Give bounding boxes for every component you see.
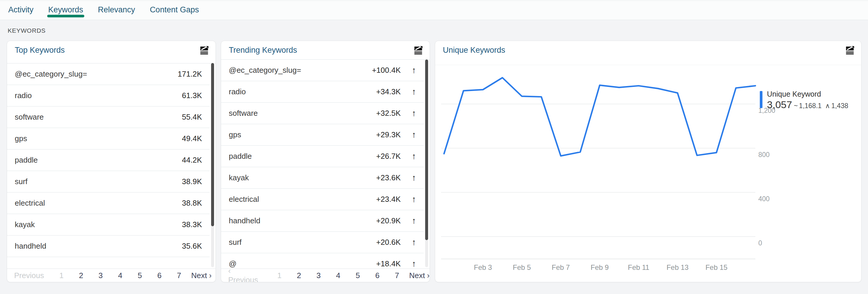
list-item[interactable]: radio61.3K bbox=[7, 85, 210, 107]
keyword-label: electrical bbox=[229, 195, 259, 204]
pagination-page-4[interactable]: 4 bbox=[332, 271, 344, 280]
keyword-label: radio bbox=[15, 91, 32, 100]
panel-title: Top Keywords bbox=[15, 46, 65, 55]
keyword-label: surf bbox=[229, 238, 242, 247]
keyword-value: 55.4K bbox=[182, 112, 202, 122]
list-item[interactable]: electrical+23.4K↑ bbox=[221, 189, 424, 210]
pagination-page-3[interactable]: 3 bbox=[94, 271, 107, 280]
keyword-label: surf bbox=[15, 177, 27, 186]
tab-content-gaps[interactable]: Content Gaps bbox=[149, 0, 199, 20]
list-item[interactable]: gps49.4K bbox=[7, 128, 210, 150]
keyword-value: +26.7K bbox=[376, 152, 401, 161]
keyword-value: 35.6K bbox=[182, 241, 202, 251]
list-item[interactable]: @ec_category_slug=+100.4K↑ bbox=[221, 60, 424, 81]
list-item[interactable]: kayak+23.6K↑ bbox=[221, 167, 424, 189]
scrollbar-thumb[interactable] bbox=[425, 60, 428, 240]
scrollbar-thumb[interactable] bbox=[211, 63, 214, 226]
legend-average-value: 1,168.1 bbox=[799, 102, 822, 110]
trend-up-arrow-icon: ↑ bbox=[408, 217, 416, 225]
y-axis-label: 800 bbox=[758, 151, 770, 159]
x-axis-label: Feb 15 bbox=[706, 263, 728, 271]
list-item[interactable]: surf38.9K bbox=[7, 171, 210, 193]
pagination-page-7[interactable]: 7 bbox=[173, 271, 185, 280]
keyword-value: 38.9K bbox=[182, 177, 202, 186]
keyword-value: 38.3K bbox=[182, 220, 202, 229]
top-keywords-list: @ec_category_slug=171.2Kradio61.3Ksoftwa… bbox=[7, 63, 216, 257]
panels-row: Top Keywords @ec_category_slug=171.2Krad… bbox=[0, 41, 868, 282]
list-item[interactable]: kayak38.3K bbox=[7, 214, 210, 236]
pagination-page-3[interactable]: 3 bbox=[312, 271, 324, 280]
list-item[interactable]: radio+34.3K↑ bbox=[221, 81, 424, 103]
list-item[interactable]: gps+29.3K↑ bbox=[221, 124, 424, 146]
list-item[interactable]: software+32.5K↑ bbox=[221, 103, 424, 124]
keyword-label: gps bbox=[229, 130, 241, 139]
section-label: KEYWORDS bbox=[8, 27, 868, 34]
export-chart-icon[interactable] bbox=[846, 46, 855, 55]
scrollbar[interactable] bbox=[425, 60, 428, 267]
pagination-page-2[interactable]: 2 bbox=[293, 271, 305, 280]
trending-keywords-header: Trending Keywords bbox=[221, 41, 430, 59]
unique-keywords-line-series bbox=[444, 78, 755, 156]
keyword-value: 171.2K bbox=[178, 69, 202, 79]
pagination-page-1[interactable]: 1 bbox=[273, 271, 285, 280]
keyword-label: @ec_category_slug= bbox=[229, 66, 301, 75]
tab-keywords[interactable]: Keywords bbox=[48, 0, 84, 20]
legend-color-bar bbox=[760, 91, 763, 108]
top-keywords-panel: Top Keywords @ec_category_slug=171.2Krad… bbox=[7, 41, 216, 282]
trend-up-arrow-icon: ↑ bbox=[408, 131, 416, 139]
list-item[interactable]: electrical38.8K bbox=[7, 193, 210, 214]
list-item[interactable]: software55.4K bbox=[7, 107, 210, 128]
x-axis-label: Feb 13 bbox=[666, 263, 689, 271]
trending-keywords-list: @ec_category_slug=+100.4K↑radio+34.3K↑so… bbox=[221, 59, 430, 269]
average-icon: ~ bbox=[794, 102, 798, 110]
pagination-page-5[interactable]: 5 bbox=[133, 271, 146, 280]
pagination-page-2[interactable]: 2 bbox=[75, 271, 87, 280]
pagination-page-6[interactable]: 6 bbox=[371, 271, 383, 280]
keyword-value: 61.3K bbox=[182, 91, 202, 100]
trend-up-arrow-icon: ↑ bbox=[408, 88, 416, 96]
scrollbar[interactable] bbox=[211, 63, 214, 267]
export-chart-icon[interactable] bbox=[414, 46, 423, 55]
keyword-label: radio bbox=[229, 87, 246, 96]
pagination-next[interactable]: Next › bbox=[409, 271, 430, 280]
panel-title: Unique Keywords bbox=[443, 46, 505, 55]
pagination-next[interactable]: Next › bbox=[191, 271, 211, 280]
y-axis-label: 400 bbox=[758, 195, 770, 203]
keyword-label: kayak bbox=[15, 220, 35, 229]
trend-up-arrow-icon: ↑ bbox=[408, 238, 416, 247]
pagination-page-5[interactable]: 5 bbox=[351, 271, 364, 280]
panel-title: Trending Keywords bbox=[229, 46, 297, 55]
tab-activity[interactable]: Activity bbox=[8, 0, 34, 20]
trend-up-arrow-icon: ↑ bbox=[408, 109, 416, 118]
pagination-page-1[interactable]: 1 bbox=[55, 271, 67, 280]
keyword-value: +32.5K bbox=[376, 109, 401, 118]
list-item[interactable]: handheld+20.9K↑ bbox=[221, 210, 424, 232]
trend-up-arrow-icon: ↑ bbox=[408, 66, 416, 74]
keyword-value: +23.6K bbox=[376, 173, 401, 182]
pagination-previous[interactable]: Previous bbox=[14, 271, 44, 280]
keyword-label: @ec_category_slug= bbox=[15, 69, 87, 79]
keyword-label: paddle bbox=[15, 156, 38, 165]
chart-area: 1,2008004000Feb 3Feb 5Feb 7Feb 9Feb 11Fe… bbox=[435, 65, 861, 282]
keyword-label: handheld bbox=[15, 241, 46, 251]
keyword-value: +20.6K bbox=[376, 238, 401, 247]
x-axis-label: Feb 11 bbox=[628, 263, 650, 271]
x-axis-label: Feb 9 bbox=[591, 263, 609, 271]
trending-keywords-panel: Trending Keywords @ec_category_slug=+100… bbox=[221, 41, 430, 282]
keyword-label: software bbox=[15, 112, 44, 122]
trend-up-arrow-icon: ↑ bbox=[408, 173, 416, 182]
pagination-page-4[interactable]: 4 bbox=[114, 271, 126, 280]
pagination-page-7[interactable]: 7 bbox=[391, 271, 403, 280]
list-item[interactable]: handheld35.6K bbox=[7, 236, 210, 257]
list-item[interactable]: paddle+26.7K↑ bbox=[221, 146, 424, 167]
y-axis-label: 0 bbox=[758, 239, 762, 247]
pagination-page-6[interactable]: 6 bbox=[153, 271, 166, 280]
legend-stats: 3,057 ~ 1,168.1 ∧ 1,438 bbox=[767, 99, 848, 110]
list-item[interactable]: paddle44.2K bbox=[7, 150, 210, 171]
tab-relevancy[interactable]: Relevancy bbox=[97, 0, 135, 20]
list-item[interactable]: @ec_category_slug=171.2K bbox=[7, 64, 210, 85]
export-chart-icon[interactable] bbox=[200, 46, 209, 55]
pagination-previous[interactable]: ‹ Previous bbox=[228, 266, 262, 282]
keyword-value: +20.9K bbox=[376, 216, 401, 225]
list-item[interactable]: surf+20.6K↑ bbox=[221, 232, 424, 253]
